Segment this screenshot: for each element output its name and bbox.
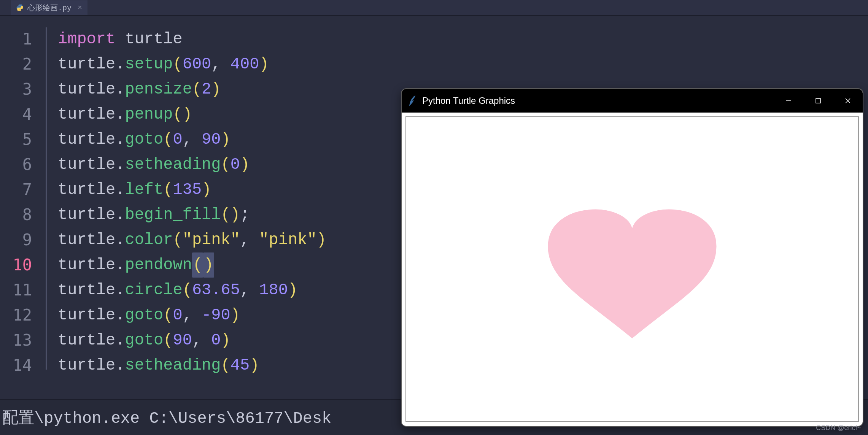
turtle-app-icon	[408, 95, 417, 107]
line-number: 7	[0, 177, 32, 202]
turtle-window-title: Python Turtle Graphics	[422, 95, 515, 106]
turtle-window[interactable]: Python Turtle Graphics	[401, 88, 863, 427]
code-line[interactable]: turtle.pensize(2)	[58, 77, 326, 102]
line-number: 9	[0, 227, 32, 252]
line-number: 1	[0, 27, 32, 52]
code-line[interactable]: turtle.goto(90, 0)	[58, 328, 326, 353]
line-number: 10	[0, 252, 32, 278]
code-line[interactable]: turtle.setheading(45)	[58, 353, 326, 378]
code-line[interactable]: import turtle	[58, 27, 326, 52]
line-number: 3	[0, 77, 32, 102]
file-tab[interactable]: 心形绘画.py ×	[11, 0, 87, 15]
line-number: 8	[0, 202, 32, 227]
line-number: 14	[0, 353, 32, 378]
svg-point-1	[21, 10, 21, 10]
line-number: 11	[0, 278, 32, 303]
code-line[interactable]: turtle.circle(63.65, 180)	[58, 278, 326, 303]
line-number: 2	[0, 52, 32, 77]
code-line[interactable]: turtle.goto(0, 90)	[58, 127, 326, 152]
minimize-button[interactable]	[774, 89, 803, 113]
line-number: 13	[0, 328, 32, 353]
code-line[interactable]: turtle.pendown()	[58, 252, 326, 278]
heart-shape	[543, 176, 722, 340]
code-line[interactable]: turtle.left(135)	[58, 177, 326, 202]
code-line[interactable]: turtle.setheading(0)	[58, 152, 326, 177]
svg-rect-3	[816, 98, 820, 103]
line-number: 12	[0, 303, 32, 328]
maximize-button[interactable]	[803, 89, 833, 113]
turtle-canvas	[405, 116, 859, 422]
watermark: CSDN @ericf~	[816, 424, 861, 432]
tab-close-icon[interactable]: ×	[75, 3, 82, 12]
line-number: 6	[0, 152, 32, 177]
tab-filename: 心形绘画.py	[27, 3, 72, 13]
code-line[interactable]: turtle.goto(0, -90)	[58, 303, 326, 328]
turtle-titlebar[interactable]: Python Turtle Graphics	[402, 89, 863, 113]
svg-point-0	[19, 5, 19, 6]
code-line[interactable]: turtle.color("pink", "pink")	[58, 227, 326, 252]
terminal-text: 配置\python.exe C:\Users\86177\Desk	[2, 407, 331, 428]
code-line[interactable]: turtle.penup()	[58, 102, 326, 127]
line-number: 4	[0, 102, 32, 127]
code-area[interactable]: import turtleturtle.setup(600, 400)turtl…	[47, 16, 326, 385]
code-line[interactable]: turtle.begin_fill();	[58, 202, 326, 227]
line-gutter: 1234567891011121314	[0, 16, 46, 385]
editor-tab-bar: 心形绘画.py ×	[0, 0, 868, 16]
code-line[interactable]: turtle.setup(600, 400)	[58, 52, 326, 77]
close-button[interactable]	[833, 89, 863, 113]
python-file-icon	[16, 4, 24, 11]
line-number: 5	[0, 127, 32, 152]
